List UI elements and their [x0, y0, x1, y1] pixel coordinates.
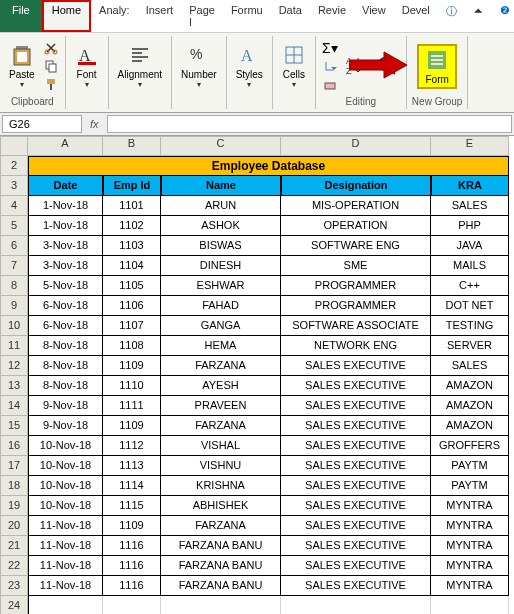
- row-head[interactable]: 12: [0, 356, 28, 376]
- row-head[interactable]: 17: [0, 456, 28, 476]
- cell[interactable]: 10-Nov-18: [28, 436, 103, 456]
- cell[interactable]: MYNTRA: [431, 556, 509, 576]
- cell[interactable]: ARUN: [161, 196, 281, 216]
- alignment-button[interactable]: Alignment ▾: [114, 41, 166, 91]
- cell[interactable]: AYESH: [161, 376, 281, 396]
- cell[interactable]: JAVA: [431, 236, 509, 256]
- cell[interactable]: 1105: [103, 276, 161, 296]
- cell[interactable]: [281, 596, 431, 614]
- cell[interactable]: NETWORK ENG: [281, 336, 431, 356]
- cell[interactable]: Date: [28, 176, 103, 196]
- cell[interactable]: 6-Nov-18: [28, 316, 103, 336]
- cell[interactable]: 11-Nov-18: [28, 516, 103, 536]
- tab-analysis[interactable]: Analy:: [91, 0, 138, 32]
- row-head[interactable]: 21: [0, 536, 28, 556]
- cell[interactable]: 1116: [103, 556, 161, 576]
- cell[interactable]: SALES EXECUTIVE: [281, 356, 431, 376]
- cell[interactable]: Emp Id: [103, 176, 161, 196]
- number-button[interactable]: % Number ▾: [177, 41, 221, 91]
- cell[interactable]: 1106: [103, 296, 161, 316]
- cell[interactable]: 1111: [103, 396, 161, 416]
- cell[interactable]: SALES: [431, 196, 509, 216]
- cell[interactable]: 1110: [103, 376, 161, 396]
- cell[interactable]: VISHNU: [161, 456, 281, 476]
- cell[interactable]: GANGA: [161, 316, 281, 336]
- tab-pagelayout[interactable]: Page l: [181, 0, 223, 32]
- cell[interactable]: 1116: [103, 536, 161, 556]
- cell[interactable]: FARZANA BANU: [161, 576, 281, 596]
- cell[interactable]: SALES EXECUTIVE: [281, 576, 431, 596]
- tab-view[interactable]: View: [354, 0, 394, 32]
- cell[interactable]: 6-Nov-18: [28, 296, 103, 316]
- cell[interactable]: 10-Nov-18: [28, 476, 103, 496]
- row-head[interactable]: 20: [0, 516, 28, 536]
- cell[interactable]: 1101: [103, 196, 161, 216]
- cell[interactable]: SALES EXECUTIVE: [281, 516, 431, 536]
- help-icon[interactable]: ❷: [492, 0, 514, 32]
- cell[interactable]: [28, 596, 103, 614]
- select-all-corner[interactable]: [0, 136, 28, 156]
- cell[interactable]: FARZANA: [161, 516, 281, 536]
- title-cell[interactable]: Employee Database: [28, 156, 509, 176]
- cell[interactable]: Name: [161, 176, 281, 196]
- cell[interactable]: MIS-OPERATION: [281, 196, 431, 216]
- cell[interactable]: PAYTM: [431, 476, 509, 496]
- cell[interactable]: 1113: [103, 456, 161, 476]
- cell[interactable]: 1-Nov-18: [28, 196, 103, 216]
- form-button[interactable]: Form: [417, 44, 457, 89]
- cell[interactable]: 1109: [103, 516, 161, 536]
- cell[interactable]: [431, 596, 509, 614]
- cell[interactable]: HEMA: [161, 336, 281, 356]
- row-head[interactable]: 6: [0, 236, 28, 256]
- row-head[interactable]: 15: [0, 416, 28, 436]
- row-head[interactable]: 19: [0, 496, 28, 516]
- paste-button[interactable]: Paste ▾: [5, 41, 39, 91]
- col-head-D[interactable]: D: [281, 136, 431, 156]
- cell[interactable]: 1109: [103, 356, 161, 376]
- row-head[interactable]: 14: [0, 396, 28, 416]
- row-head[interactable]: 4: [0, 196, 28, 216]
- cell[interactable]: SALES EXECUTIVE: [281, 456, 431, 476]
- cell[interactable]: 1112: [103, 436, 161, 456]
- cell[interactable]: 1103: [103, 236, 161, 256]
- cell[interactable]: ABHISHEK: [161, 496, 281, 516]
- cell[interactable]: 1102: [103, 216, 161, 236]
- cell[interactable]: SALES EXECUTIVE: [281, 436, 431, 456]
- row-head[interactable]: 16: [0, 436, 28, 456]
- col-head-C[interactable]: C: [161, 136, 281, 156]
- tab-home[interactable]: Home: [42, 0, 91, 32]
- cell[interactable]: SALES EXECUTIVE: [281, 396, 431, 416]
- cell[interactable]: 1109: [103, 416, 161, 436]
- cell[interactable]: SALES EXECUTIVE: [281, 496, 431, 516]
- row-head[interactable]: 9: [0, 296, 28, 316]
- row-head[interactable]: 23: [0, 576, 28, 596]
- cell[interactable]: MYNTRA: [431, 536, 509, 556]
- name-box[interactable]: [2, 115, 82, 133]
- tab-insert[interactable]: Insert: [138, 0, 182, 32]
- row-head[interactable]: 7: [0, 256, 28, 276]
- autosum-button[interactable]: Σ▾: [321, 40, 339, 56]
- cell[interactable]: 11-Nov-18: [28, 556, 103, 576]
- cells-button[interactable]: Cells ▾: [278, 41, 310, 91]
- cell[interactable]: 11-Nov-18: [28, 576, 103, 596]
- cell[interactable]: OPERATION: [281, 216, 431, 236]
- row-head[interactable]: 5: [0, 216, 28, 236]
- cell[interactable]: GROFFERS: [431, 436, 509, 456]
- cell[interactable]: SOFTWARE ENG: [281, 236, 431, 256]
- cell[interactable]: TESTING: [431, 316, 509, 336]
- cell[interactable]: 1115: [103, 496, 161, 516]
- fill-button[interactable]: [321, 58, 339, 74]
- cell[interactable]: FARZANA BANU: [161, 556, 281, 576]
- row-head[interactable]: 18: [0, 476, 28, 496]
- minimize-ribbon-icon[interactable]: ⏶: [465, 0, 492, 32]
- cell[interactable]: 5-Nov-18: [28, 276, 103, 296]
- cell[interactable]: 1108: [103, 336, 161, 356]
- row-head[interactable]: 11: [0, 336, 28, 356]
- tab-developer[interactable]: Devel: [394, 0, 438, 32]
- row-head[interactable]: 22: [0, 556, 28, 576]
- cell[interactable]: PHP: [431, 216, 509, 236]
- cell[interactable]: [161, 596, 281, 614]
- cell[interactable]: 9-Nov-18: [28, 416, 103, 436]
- styles-button[interactable]: A Styles ▾: [232, 41, 267, 91]
- cell[interactable]: PRAVEEN: [161, 396, 281, 416]
